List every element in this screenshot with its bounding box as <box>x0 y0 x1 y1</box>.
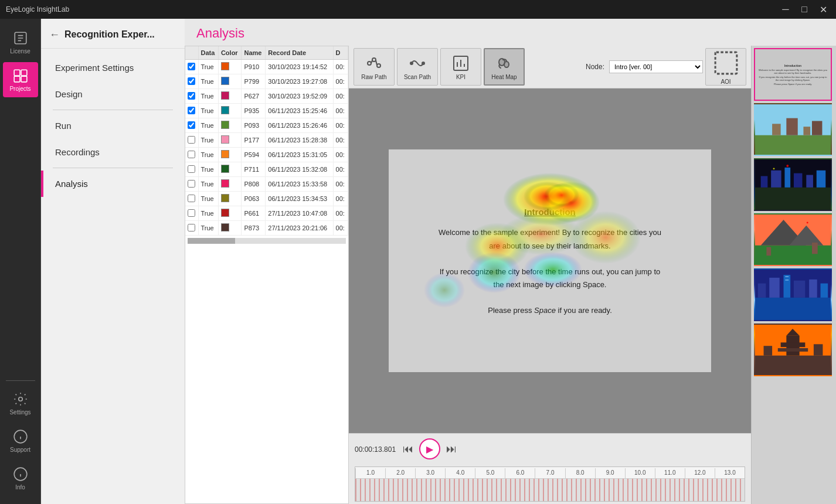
table-row[interactable]: True P627 30/10/2023 19:52:09 00: <box>185 89 348 104</box>
tick-mark: 1.0 <box>355 468 385 479</box>
row-name: P093 <box>242 118 266 133</box>
row-checkbox[interactable] <box>185 74 198 89</box>
row-checkbox[interactable] <box>185 118 198 133</box>
row-d: 00: <box>333 104 348 118</box>
sidebar-item-license[interactable]: License <box>3 25 38 60</box>
nav-title: Recognition Exper... <box>64 29 155 40</box>
color-swatch <box>221 209 229 217</box>
sidebar-item-info[interactable]: Info <box>3 461 38 496</box>
thumbnail-city-5[interactable] <box>754 323 832 376</box>
nav-item-analysis[interactable]: Analysis <box>41 171 185 197</box>
nav-item-experiment-settings[interactable]: Experiment Settings <box>41 55 185 81</box>
aoi-button[interactable]: AOI <box>705 48 746 86</box>
thumbnail-text[interactable]: Introduction Welcome to the sample exper… <box>754 48 832 101</box>
sidebar-item-support[interactable]: Support <box>3 423 38 458</box>
row-checkbox[interactable] <box>185 177 198 192</box>
timeline-area: 00:00:13.801 ⏮ ▶ ⏭ 1.02.03.04.05.06.07.0… <box>349 433 751 504</box>
scan-path-icon <box>408 54 427 73</box>
svg-rect-70 <box>778 348 808 352</box>
row-date: 30/10/2023 19:27:08 <box>266 74 333 89</box>
row-checkbox[interactable] <box>185 89 198 104</box>
timeline-filled <box>355 479 745 502</box>
thumbnail-city-3[interactable] <box>754 213 832 266</box>
svg-rect-35 <box>786 118 797 135</box>
row-checkbox[interactable] <box>185 60 198 74</box>
svg-rect-58 <box>769 278 779 298</box>
table-row[interactable]: True P873 27/11/2023 20:21:06 00: <box>185 221 348 236</box>
nav-item-design[interactable]: Design <box>41 81 185 107</box>
row-name: P935 <box>242 104 266 118</box>
row-name: P910 <box>242 60 266 74</box>
table-row[interactable]: True P063 06/11/2023 15:34:53 00: <box>185 192 348 206</box>
svg-point-5 <box>18 397 22 401</box>
col-date: Record Date <box>266 46 333 60</box>
sidebar-item-settings[interactable]: Settings <box>3 386 38 421</box>
svg-rect-69 <box>781 342 806 347</box>
tick-mark: 9.0 <box>595 468 625 479</box>
close-button[interactable]: ✕ <box>816 2 830 16</box>
main-header: Analysis <box>185 19 836 46</box>
row-checkbox[interactable] <box>185 133 198 148</box>
table-row[interactable]: True P910 30/10/2023 19:14:52 00: <box>185 60 348 74</box>
col-color: Color <box>218 46 242 60</box>
table-row[interactable]: True P711 06/11/2023 15:32:08 00: <box>185 162 348 177</box>
table-row[interactable]: True P093 06/11/2023 15:26:46 00: <box>185 118 348 133</box>
svg-rect-41 <box>771 171 781 188</box>
skip-back-button[interactable]: ⏮ <box>403 443 413 455</box>
table-row[interactable]: True P177 06/11/2023 15:28:38 00: <box>185 133 348 148</box>
row-d: 00: <box>333 133 348 148</box>
sidebar-item-label: Projects <box>9 86 30 92</box>
svg-rect-64 <box>785 280 789 281</box>
thumbnail-city-1[interactable] <box>754 103 832 156</box>
svg-rect-61 <box>809 280 817 298</box>
table-row[interactable]: True P661 27/11/2023 10:47:08 00: <box>185 206 348 221</box>
skip-forward-button[interactable]: ⏭ <box>446 443 457 455</box>
row-data: True <box>198 89 218 104</box>
thumb-city1-content <box>755 104 831 155</box>
node-select[interactable]: Intro [ver. 00] <box>609 60 703 73</box>
nav-item-run[interactable]: Run <box>41 113 185 139</box>
color-swatch <box>221 62 229 70</box>
minimize-button[interactable]: ─ <box>779 2 793 16</box>
row-checkbox[interactable] <box>185 104 198 118</box>
play-button[interactable]: ▶ <box>419 438 440 459</box>
row-color <box>218 162 242 177</box>
heat-map-button[interactable]: Heat Map <box>484 48 525 86</box>
row-checkbox[interactable] <box>185 221 198 236</box>
row-date: 06/11/2023 15:32:08 <box>266 162 333 177</box>
row-d: 00: <box>333 118 348 133</box>
kpi-button[interactable]: KPI <box>440 48 481 86</box>
row-checkbox[interactable] <box>185 148 198 162</box>
node-selector-area: Node: Intro [ver. 00] <box>586 60 703 73</box>
table-row[interactable]: True P808 06/11/2023 15:33:58 00: <box>185 177 348 192</box>
row-data: True <box>198 192 218 206</box>
back-button[interactable]: ← <box>49 29 60 40</box>
row-date: 06/11/2023 15:34:53 <box>266 192 333 206</box>
nav-header: ← Recognition Exper... <box>41 19 185 49</box>
row-name: P711 <box>242 162 266 177</box>
raw-path-button[interactable]: Raw Path <box>354 48 395 86</box>
sidebar-item-projects[interactable]: Projects <box>3 62 38 97</box>
row-checkbox[interactable] <box>185 206 198 221</box>
nav-item-recordings[interactable]: Recordings <box>41 139 185 165</box>
row-checkbox[interactable] <box>185 162 198 177</box>
color-swatch <box>221 106 229 114</box>
icon-sidebar: License Projects Settings <box>0 19 41 504</box>
timeline-ruler[interactable]: 1.02.03.04.05.06.07.08.09.010.011.012.01… <box>355 466 745 502</box>
table-row[interactable]: True P935 06/11/2023 15:25:46 00: <box>185 104 348 118</box>
table-row[interactable]: True P594 06/11/2023 15:31:05 00: <box>185 148 348 162</box>
row-checkbox[interactable] <box>185 192 198 206</box>
svg-rect-33 <box>755 135 831 155</box>
row-date: 06/11/2023 15:33:58 <box>266 177 333 192</box>
maximize-button[interactable]: □ <box>797 2 811 16</box>
scan-path-button[interactable]: Scan Path <box>397 48 438 86</box>
row-date: 30/10/2023 19:52:09 <box>266 89 333 104</box>
page-title: Analysis <box>196 26 244 40</box>
row-d: 00: <box>333 177 348 192</box>
table-row[interactable]: True P799 30/10/2023 19:27:08 00: <box>185 74 348 89</box>
thumbnail-city-2[interactable] <box>754 158 832 211</box>
color-swatch <box>221 150 229 158</box>
row-d: 00: <box>333 192 348 206</box>
thumbnail-city-4[interactable] <box>754 268 832 321</box>
timeline-controls: ⏮ ▶ ⏭ <box>403 438 457 459</box>
